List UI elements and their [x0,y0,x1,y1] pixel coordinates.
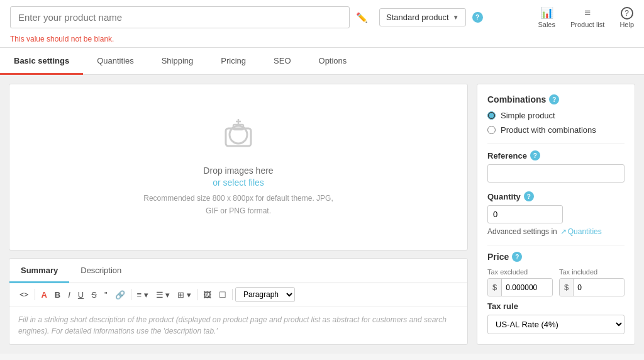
toolbar-color-btn[interactable]: A [38,288,50,301]
quantity-label: Quantity ? [487,191,625,201]
tab-basic-settings[interactable]: Basic settings [0,48,83,75]
dropdown-arrow-icon: ▼ [453,14,459,21]
divider-2 [487,245,625,245]
tab-quantities[interactable]: Quantities [83,48,148,75]
edit-icon: ✏️ [356,12,368,23]
currency-sign-excluded: $ [488,279,502,296]
editor-tabs: Summary Description [9,259,467,283]
tab-seo[interactable]: SEO [260,48,304,75]
quantity-section: Quantity ? 0 Advanced settings in ↗ Quan… [487,191,625,236]
divider-1 [487,143,625,144]
radio-combinations[interactable]: Product with combinations [487,125,625,135]
nav-sales[interactable]: 📊 Sales [538,6,555,28]
right-panel: Combinations ? Simple product Product wi… [477,84,635,345]
toolbar-sep4 [232,289,233,300]
sales-label: Sales [538,21,555,28]
toolbar-underline-btn[interactable]: U [75,288,87,301]
toolbar-sep3 [197,289,197,300]
currency-sign-included: $ [560,279,574,296]
price-tax-included-input[interactable]: 0 [574,279,624,296]
drop-text: Drop images here [203,166,273,176]
price-row: Tax excluded $ 0.000000 Tax included $ 0 [487,268,625,296]
product-name-input[interactable] [10,6,350,28]
editor-tab-description[interactable]: Description [69,259,133,283]
left-panel: Drop images here or select files Recomme… [9,84,468,345]
editor-section: Summary Description <> A B I U S " 🔗 ≡ ▾… [9,258,468,345]
toolbar-align-btn[interactable]: ≡ ▾ [134,288,152,301]
quantity-input[interactable]: 0 [487,205,563,223]
main-content: Drop images here or select files Recomme… [0,75,644,354]
tax-rule-label: Tax rule [487,301,625,311]
quantity-help-badge[interactable]: ? [524,191,534,201]
error-message: This value should not be blank. [0,35,644,47]
reference-section: Reference ? [487,150,625,183]
tab-shipping[interactable]: Shipping [148,48,208,75]
external-link-icon: ↗ [560,227,567,236]
price-title: Price ? [487,252,625,262]
price-tax-excluded-input[interactable]: 0.000000 [502,279,552,296]
product-type-selector[interactable]: Standard product ▼ [379,8,466,26]
quantities-link[interactable]: Quantities [568,227,602,236]
header: ✏️ Standard product ▼ ? 📊 Sales ≡ Produc… [0,0,644,48]
toolbar-code-btn[interactable]: <> [16,288,32,301]
camera-icon [219,117,257,159]
toolbar-sep1 [35,289,35,300]
toolbar-strikethrough-btn[interactable]: S [88,288,100,301]
tab-options[interactable]: Options [305,48,361,75]
tabs-bar: Basic settings Quantities Shipping Prici… [0,48,644,75]
toolbar-embed-btn[interactable]: ☐ [216,288,230,301]
radio-simple-product[interactable]: Simple product [487,111,625,120]
help-icon: ? [621,7,633,20]
advanced-settings-link: Advanced settings in ↗ Quantities [487,227,625,236]
tax-included-label: Tax included [559,268,625,276]
toolbar-link-btn[interactable]: 🔗 [112,288,128,301]
price-tax-included-col: Tax included $ 0 [559,268,625,296]
sales-icon: 📊 [540,6,553,20]
recommended-text: Recommended size 800 x 800px for default… [138,193,339,217]
reference-input[interactable] [487,164,625,183]
reference-label: Reference ? [487,150,625,160]
toolbar-italic-btn[interactable]: I [65,288,74,301]
toolbar-bold-btn[interactable]: B [52,288,64,301]
product-type-help-badge[interactable]: ? [472,12,483,23]
product-list-icon: ≡ [584,7,591,20]
combinations-section: Combinations ? Simple product Product wi… [487,94,625,135]
toolbar-sep2 [131,289,131,300]
editor-tab-summary[interactable]: Summary [9,259,69,283]
price-tax-excluded-col: Tax excluded $ 0.000000 [487,268,553,296]
toolbar-list-btn[interactable]: ☰ ▾ [153,288,174,301]
select-files-link[interactable]: or select files [213,177,264,188]
editor-body: Fill in a striking short description of … [9,307,467,344]
nav-product-list[interactable]: ≡ Product list [570,7,604,28]
editor-hint-text: Fill in a striking short description of … [18,314,458,337]
header-right: 📊 Sales ≡ Product list ? Help [538,6,634,28]
toolbar-quote-btn[interactable]: " [101,288,111,301]
editor-toolbar: <> A B I U S " 🔗 ≡ ▾ ☰ ▾ ⊞ ▾ 🖼 ☐ Paragra… [9,283,467,307]
combinations-title: Combinations ? [487,94,625,104]
header-left: ✏️ Standard product ▼ ? [10,6,538,28]
paragraph-style-select[interactable]: Paragraph Heading 1 Heading 2 Heading 3 [235,287,295,302]
nav-help[interactable]: ? Help [619,7,634,28]
combinations-help-badge[interactable]: ? [549,94,559,104]
help-label: Help [619,21,634,28]
product-type-label: Standard product [386,13,449,22]
tax-rule-select[interactable]: US-AL Rate (4%) None US-AZ Rate US-CA Ra… [487,315,625,334]
tax-excluded-input-wrap: $ 0.000000 [487,278,553,296]
right-section: Combinations ? Simple product Product wi… [477,84,635,345]
price-help-badge[interactable]: ? [512,252,522,262]
radio-group: Simple product Product with combinations [487,111,625,135]
toolbar-image-btn[interactable]: 🖼 [200,288,214,301]
reference-help-badge[interactable]: ? [530,150,540,160]
image-upload-area[interactable]: Drop images here or select files Recomme… [9,84,468,250]
tab-pricing[interactable]: Pricing [207,48,260,75]
tax-excluded-label: Tax excluded [487,268,553,276]
price-section: Price ? Tax excluded $ 0.000000 Tax incl… [487,252,625,334]
tax-included-input-wrap: $ 0 [559,278,625,296]
tax-rule-select-wrap: US-AL Rate (4%) None US-AZ Rate US-CA Ra… [487,315,625,334]
toolbar-indent-btn[interactable]: ⊞ ▾ [174,288,194,301]
product-list-label: Product list [570,21,604,28]
